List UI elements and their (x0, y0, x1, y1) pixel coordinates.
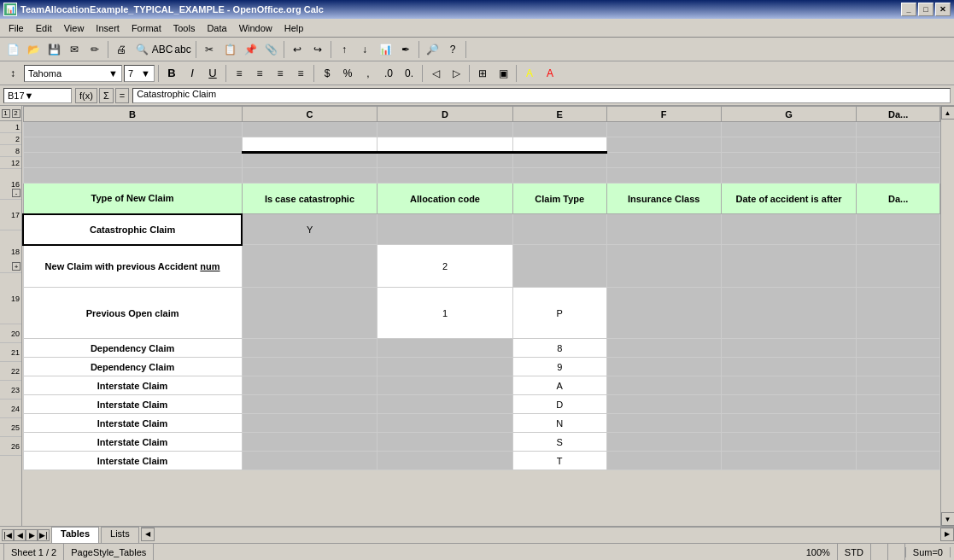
cell-c24[interactable] (242, 414, 378, 433)
col-header-b[interactable]: B (23, 107, 242, 122)
outline-2-button[interactable]: 2 (12, 109, 20, 118)
cell-c16-header[interactable]: Is case catastrophic (242, 184, 378, 214)
cell-g25[interactable] (721, 433, 857, 452)
menu-view[interactable]: View (59, 21, 90, 35)
new-button[interactable]: 📄 (3, 40, 22, 59)
cell-b23[interactable]: Interstate Claim (23, 395, 242, 414)
cell-f21[interactable] (606, 358, 721, 376)
menu-format[interactable]: Format (126, 21, 167, 35)
cell-c17[interactable]: Y (242, 214, 378, 245)
auto-spellcheck-button[interactable]: abc (173, 40, 192, 59)
cell-h20[interactable] (857, 339, 940, 358)
cell-d16-header[interactable]: Allocation code (378, 184, 513, 214)
cell-f23[interactable] (606, 395, 721, 414)
cell-h18[interactable] (857, 245, 940, 288)
cell-g22[interactable] (721, 376, 857, 395)
align-right-button[interactable]: ≡ (271, 64, 290, 83)
font-name-box[interactable]: Tahoma ▼ (24, 65, 122, 82)
sum-button[interactable]: Σ (99, 88, 114, 103)
cell-b8[interactable] (23, 153, 242, 168)
cell-f24[interactable] (606, 414, 721, 433)
cell-g2[interactable] (721, 137, 857, 153)
cell-f19[interactable] (606, 288, 721, 339)
paste-special-button[interactable]: 📎 (261, 40, 280, 59)
menu-window[interactable]: Window (234, 21, 278, 35)
borders-button[interactable]: ⊞ (473, 64, 492, 83)
print-preview-button[interactable]: 🔍 (132, 40, 151, 59)
cell-b20[interactable]: Dependency Claim (23, 339, 242, 358)
cell-f8[interactable] (606, 153, 721, 168)
cell-c21[interactable] (242, 358, 378, 376)
chart-button[interactable]: 📊 (376, 40, 395, 59)
scroll-right-button[interactable]: ▶ (940, 528, 954, 541)
cell-h24[interactable] (857, 414, 940, 433)
cell-g12[interactable] (721, 168, 857, 184)
col-header-c[interactable]: C (242, 107, 378, 122)
cell-b19[interactable]: Previous Open claim (23, 288, 242, 339)
decimal-dec-button[interactable]: 0. (400, 64, 418, 83)
cell-f20[interactable] (606, 339, 721, 358)
function-wizard-button[interactable]: f(x) (75, 88, 97, 103)
cell-g21[interactable] (721, 358, 857, 376)
cell-b22[interactable]: Interstate Claim (23, 376, 242, 395)
cell-f17[interactable] (606, 214, 721, 245)
cell-d26[interactable] (378, 452, 513, 470)
cell-b18[interactable]: New Claim with previous Accident num (23, 245, 242, 288)
cell-e26[interactable]: T (512, 452, 606, 470)
col-header-f[interactable]: F (606, 107, 721, 122)
cell-h12[interactable] (857, 168, 940, 184)
cell-d20[interactable] (378, 339, 513, 358)
paste-button[interactable]: 📌 (241, 40, 260, 59)
cell-e22[interactable]: A (512, 376, 606, 395)
scroll-left-button[interactable]: ◀ (141, 528, 155, 541)
cell-c26[interactable] (242, 452, 378, 470)
cell-e17[interactable] (512, 214, 606, 245)
row-collapse-16[interactable]: - (12, 189, 20, 197)
col-header-h[interactable]: Da... (857, 107, 940, 122)
cell-c22[interactable] (242, 376, 378, 395)
cell-reference-box[interactable]: B17 ▼ (3, 88, 72, 103)
cell-g18[interactable] (721, 245, 857, 288)
menu-file[interactable]: File (3, 21, 29, 35)
email-button[interactable]: ✉ (65, 40, 84, 59)
percent-button[interactable]: % (338, 64, 357, 83)
cell-c1[interactable] (242, 122, 378, 137)
print-button[interactable]: 🖨 (112, 40, 131, 59)
cell-h1[interactable] (857, 122, 940, 137)
cell-d1[interactable] (378, 122, 513, 137)
spellcheck-button[interactable]: ABC (153, 40, 172, 59)
cell-g23[interactable] (721, 395, 857, 414)
cell-d23[interactable] (378, 395, 513, 414)
cell-g26[interactable] (721, 452, 857, 470)
edit-file-button[interactable]: ✏ (85, 40, 104, 59)
cell-d18[interactable]: 2 (378, 245, 513, 288)
cell-e16-header[interactable]: Claim Type (512, 184, 606, 214)
cell-d12[interactable] (378, 168, 513, 184)
sort-desc-button[interactable]: ↓ (355, 40, 374, 59)
currency-button[interactable]: $ (318, 64, 337, 83)
open-button[interactable]: 📂 (24, 40, 43, 59)
col-header-d[interactable]: D (378, 107, 513, 122)
cell-c25[interactable] (242, 433, 378, 452)
cell-g24[interactable] (721, 414, 857, 433)
cell-b21[interactable]: Dependency Claim (23, 358, 242, 376)
indent-dec-button[interactable]: ◁ (426, 64, 445, 83)
scroll-up-button[interactable]: ▲ (941, 106, 955, 120)
align-justify-button[interactable]: ≡ (291, 64, 310, 83)
cell-d19[interactable]: 1 (378, 288, 513, 339)
cell-g16-header[interactable]: Date of accident is after (721, 184, 857, 214)
cell-f1[interactable] (606, 122, 721, 137)
align-left-button[interactable]: ≡ (230, 64, 249, 83)
maximize-button[interactable]: □ (918, 3, 934, 16)
cell-h8[interactable] (857, 153, 940, 168)
cell-e21[interactable]: 9 (512, 358, 606, 376)
cell-e12[interactable] (512, 168, 606, 184)
cell-h21[interactable] (857, 358, 940, 376)
tab-prev-button[interactable]: ◀ (14, 529, 26, 541)
draw-button[interactable]: ✒ (396, 40, 415, 59)
cell-d17[interactable] (378, 214, 513, 245)
thousands-button[interactable]: , (359, 64, 378, 83)
decimal-inc-button[interactable]: .0 (379, 64, 398, 83)
redo-button[interactable]: ↪ (308, 40, 327, 59)
cell-g1[interactable] (721, 122, 857, 137)
